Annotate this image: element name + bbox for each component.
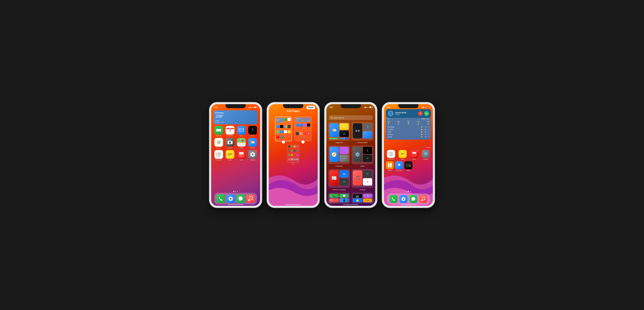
app-grid-4-row2: Books App Store Wallet [386,161,431,172]
battery-1 [254,106,257,108]
category-suggestions[interactable]: 🌤️ 📝 📺 🗺️ 🎙️ Suggestions [328,122,350,140]
add-page-circle[interactable] [292,162,295,165]
app4-settings[interactable]: ⚙️ Settings [420,150,431,160]
dock-phone[interactable] [216,194,225,203]
weather-widget-1[interactable]: Florence 109° Sunny H:109° L:78° [214,110,258,124]
app-icon-reminders [214,150,223,159]
incoming-call[interactable]: 👤 Jason Snell mobile [386,109,431,118]
page-thumbs: Florence107° [269,113,318,194]
dock4-icon-safari [400,195,408,203]
category-productivity[interactable]: 🧭 💠 ⚙️ Productivity [328,145,350,164]
category-social[interactable]: 📞 💬 🎵 📱 [328,193,350,204]
app-mail[interactable]: Mail [236,126,246,137]
app-label-mail: Mail [240,135,242,137]
app-icon-photos [214,138,223,147]
svg-point-13 [230,142,230,143]
svg-rect-25 [218,154,221,155]
category-creativity[interactable]: 🎵 📷 🌸 Creativity [352,169,374,188]
dot-1-2 [235,191,236,192]
svg-rect-62 [401,153,404,154]
notch-2 [283,104,303,108]
svg-point-58 [389,155,390,156]
svg-rect-29 [228,153,232,153]
category-entertainment[interactable]: 📺 🎙️ ⭐ 📻 [352,193,374,204]
app4-appstore[interactable]: App Store [395,161,403,172]
signal-4 [422,106,424,108]
app-calendar[interactable]: TUE 7 Calendar [225,126,235,137]
notch-4 [398,104,418,108]
app-grid-1: FaceTime TUE 7 Calendar [211,125,260,162]
app-facetime[interactable]: FaceTime [214,126,224,137]
svg-marker-1 [220,129,221,132]
app-icon-clock [248,126,257,134]
category-utilities[interactable]: ⚙️ ⚫ 📟 Utilities [352,145,374,164]
svg-point-48 [249,200,250,201]
dock-music[interactable] [246,194,255,203]
home-indicator-2 [286,204,301,205]
svg-rect-35 [239,156,242,156]
app4-wallet[interactable]: Wallet [404,161,412,172]
app4-news[interactable]: 1 News [409,150,419,160]
time-3: 6:00 [330,106,333,108]
dock4-safari[interactable] [400,195,408,203]
app-label-settings: Settings [250,159,255,161]
app-notes[interactable]: Notes [225,150,235,161]
app4-label-reminders: Reminders [388,159,394,160]
weather-detail-hi-lo: H:80° L:51° [422,118,430,120]
weather-detail[interactable]: 75° H:80° L:51° 5PM☀️75° 6PM☀️73° 7PM⛅71… [386,116,431,140]
app4-icon-settings: ⚙️ [422,150,430,158]
app4-label-settings: Settings [423,159,428,160]
svg-rect-61 [401,153,404,153]
dock4-music[interactable] [419,195,427,203]
app4-icon-news: 1 [410,150,418,158]
app-label-reminders: Reminders [215,159,222,161]
app-icon-maps [237,138,246,147]
app4-reminders[interactable]: Reminders [386,150,396,160]
page-thumb-1[interactable]: Florence107° [275,116,292,141]
category-reference[interactable]: 📰 🔤 📷 Reference & Reading [328,169,350,188]
app-clock[interactable]: Clock [248,126,258,137]
app-grid-4-row1: Reminders Notes [386,150,431,160]
app-icon-facetime [214,126,223,134]
app4-icon-wallet [404,161,412,169]
caller-type: mobile [395,114,416,115]
done-button[interactable]: Done [306,106,315,109]
category-recently-added[interactable]: 👓 🎙️ 🔧 Recently Added [352,122,374,140]
app-news[interactable]: News [236,150,246,161]
app-weather[interactable]: 🌤️ Weather [248,138,258,149]
page-dots-4 [384,191,433,192]
app-maps[interactable]: Maps [236,138,246,149]
page-thumb-2[interactable]: Val Dale Y... 80° ··· 5PM☀️756PM☀️737PM⛅… [294,116,312,141]
svg-rect-67 [406,164,411,167]
dock4-messages[interactable] [409,195,417,203]
accept-button[interactable] [424,111,429,116]
app-settings[interactable]: 1 Settings [248,150,258,161]
svg-point-54 [389,152,390,153]
dot-4-1 [406,191,407,192]
page-thumb-3[interactable] [287,144,300,163]
app4-books[interactable]: Books [386,161,394,172]
dock4-icon-messages [409,195,417,203]
dock4-icon-music [419,195,427,203]
app-photos[interactable]: Photos [214,138,224,149]
cat-label-productivity: Productivity [328,165,350,167]
svg-point-22 [216,153,217,153]
decline-button[interactable] [418,111,422,116]
app-reminders[interactable]: Reminders [214,150,224,161]
dock4-phone[interactable] [390,195,398,203]
cat-label-creativity: Creativity [352,189,374,191]
app-camera[interactable]: Camera [225,138,235,149]
phone-1: 3:03 ▲ Florence [209,102,262,208]
battery-3 [369,106,372,108]
notch-1 [226,104,246,108]
dock-messages[interactable] [236,194,245,203]
page-dots-1 [211,191,260,192]
dock-1 [214,193,257,205]
dot-1-1 [233,191,234,192]
dock-safari[interactable] [226,194,235,203]
svg-rect-66 [390,163,392,168]
app4-notes[interactable]: Notes [398,150,408,160]
svg-rect-27 [218,156,220,157]
app-library-search[interactable]: App Library [329,115,373,120]
wifi-4: ▲ [424,106,426,108]
